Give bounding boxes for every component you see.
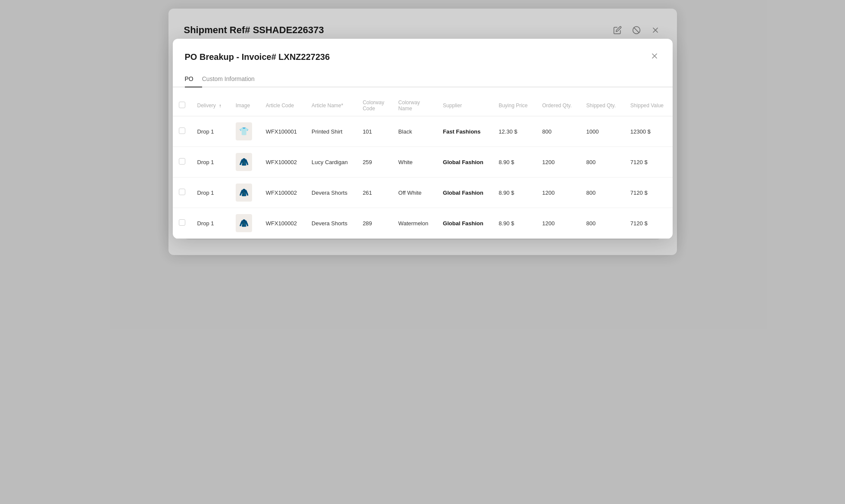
cell-shipped-value: 12300 $ — [624, 116, 673, 147]
tab-custom-information[interactable]: Custom Information — [202, 71, 263, 87]
row-checkbox[interactable] — [179, 158, 185, 165]
po-modal-title: PO Breakup - Invoice# LXNZ227236 — [185, 52, 330, 62]
th-delivery: Delivery ↑ — [191, 95, 230, 116]
article-image: 🧥 — [236, 214, 252, 232]
th-ordered-qty: Ordered Qty. — [536, 95, 580, 116]
cell-article-code: WFX100002 — [260, 177, 306, 208]
cell-buying-price: 8.90 $ — [493, 208, 536, 239]
cell-shipped-value: 7120 $ — [624, 177, 673, 208]
cell-buying-price: 8.90 $ — [493, 177, 536, 208]
cell-buying-price: 12.30 $ — [493, 116, 536, 147]
cell-checkbox — [173, 177, 191, 208]
row-checkbox[interactable] — [179, 219, 185, 226]
cell-ordered-qty: 1200 — [536, 147, 580, 177]
th-shipped-value: Shipped Value — [624, 95, 673, 116]
po-modal-overlay: PO Breakup - Invoice# LXNZ227236 PO Cust… — [0, 0, 845, 504]
cell-colorway-name: Black — [392, 116, 437, 147]
table-row[interactable]: Drop 1 🧥 WFX100002 Lucy Cardigan 259 Whi… — [173, 147, 673, 177]
cell-ordered-qty: 800 — [536, 116, 580, 147]
th-checkbox — [173, 95, 191, 116]
cell-article-code: WFX100002 — [260, 147, 306, 177]
row-checkbox[interactable] — [179, 189, 185, 195]
th-colorway-name: ColorwayName — [392, 95, 437, 116]
th-article-name: Article Name* — [306, 95, 357, 116]
cell-shipped-qty: 800 — [580, 147, 624, 177]
cell-ordered-qty: 1200 — [536, 177, 580, 208]
cell-colorway-code: 259 — [357, 147, 393, 177]
cell-article-name: Lucy Cardigan — [306, 147, 357, 177]
cell-colorway-name: Off White — [392, 177, 437, 208]
cell-colorway-code: 289 — [357, 208, 393, 239]
table-row[interactable]: Drop 1 🧥 WFX100002 Devera Shorts 289 Wat… — [173, 208, 673, 239]
cell-shipped-qty: 1000 — [580, 116, 624, 147]
cell-delivery: Drop 1 — [191, 116, 230, 147]
po-table: Delivery ↑ Image Article Code Article Na… — [173, 95, 673, 239]
cell-image: 🧥 — [230, 208, 260, 239]
cell-buying-price: 8.90 $ — [493, 147, 536, 177]
article-image: 🧥 — [236, 184, 252, 202]
cell-supplier: Global Fashion — [437, 177, 493, 208]
close-po-modal-button[interactable] — [649, 50, 661, 64]
table-row[interactable]: Drop 1 🧥 WFX100002 Devera Shorts 261 Off… — [173, 177, 673, 208]
cell-shipped-qty: 800 — [580, 177, 624, 208]
po-tabs: PO Custom Information — [173, 71, 673, 87]
po-modal-header: PO Breakup - Invoice# LXNZ227236 — [173, 39, 673, 64]
cell-article-code: WFX100002 — [260, 208, 306, 239]
th-article-code: Article Code — [260, 95, 306, 116]
cell-image: 🧥 — [230, 147, 260, 177]
cell-delivery: Drop 1 — [191, 177, 230, 208]
cell-colorway-code: 101 — [357, 116, 393, 147]
cell-checkbox — [173, 208, 191, 239]
cell-checkbox — [173, 147, 191, 177]
article-image: 🧥 — [236, 153, 252, 171]
header-checkbox[interactable] — [179, 102, 185, 108]
cell-ordered-qty: 1200 — [536, 208, 580, 239]
cell-article-name: Devera Shorts — [306, 177, 357, 208]
th-buying-price: Buying Price — [493, 95, 536, 116]
cell-shipped-value: 7120 $ — [624, 208, 673, 239]
cell-image: 👕 — [230, 116, 260, 147]
th-image: Image — [230, 95, 260, 116]
cell-colorway-name: White — [392, 147, 437, 177]
cell-supplier: Global Fashion — [437, 208, 493, 239]
cell-supplier: Fast Fashions — [437, 116, 493, 147]
cell-article-name: Devera Shorts — [306, 208, 357, 239]
cell-article-name: Printed Shirt — [306, 116, 357, 147]
po-table-wrapper: Delivery ↑ Image Article Code Article Na… — [173, 87, 673, 239]
th-shipped-qty: Shipped Qty. — [580, 95, 624, 116]
row-checkbox[interactable] — [179, 128, 185, 134]
article-image: 👕 — [236, 122, 252, 140]
cell-colorway-code: 261 — [357, 177, 393, 208]
cell-shipped-qty: 800 — [580, 208, 624, 239]
cell-shipped-value: 7120 $ — [624, 147, 673, 177]
th-colorway-code: ColorwayCode — [357, 95, 393, 116]
table-row[interactable]: Drop 1 👕 WFX100001 Printed Shirt 101 Bla… — [173, 116, 673, 147]
cell-checkbox — [173, 116, 191, 147]
cell-delivery: Drop 1 — [191, 208, 230, 239]
th-supplier: Supplier — [437, 95, 493, 116]
tab-po[interactable]: PO — [185, 71, 202, 87]
sort-arrow-delivery[interactable]: ↑ — [219, 103, 221, 108]
po-modal: PO Breakup - Invoice# LXNZ227236 PO Cust… — [173, 39, 673, 239]
cell-article-code: WFX100001 — [260, 116, 306, 147]
cell-delivery: Drop 1 — [191, 147, 230, 177]
cell-supplier: Global Fashion — [437, 147, 493, 177]
cell-image: 🧥 — [230, 177, 260, 208]
cell-colorway-name: Watermelon — [392, 208, 437, 239]
